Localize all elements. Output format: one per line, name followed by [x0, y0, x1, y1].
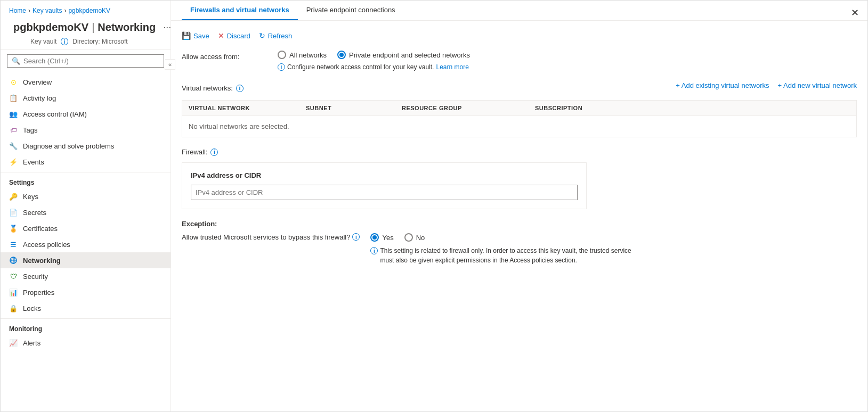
resource-title: pgbkpdemoKV | Networking ···: [9, 19, 162, 36]
discard-button[interactable]: ✕ Discard: [218, 31, 250, 40]
refresh-label: Refresh: [268, 32, 293, 40]
sidebar-item-security[interactable]: 🛡 Security: [1, 268, 171, 284]
overview-icon: ⊙: [9, 78, 18, 86]
exception-label: Exception:: [182, 220, 857, 228]
breadcrumb-home[interactable]: Home: [9, 7, 26, 14]
col-header-rg: RESOURCE GROUP: [402, 105, 535, 111]
col-header-subnet: SUBNET: [306, 105, 402, 111]
sidebar-item-label: Access policies: [23, 241, 70, 249]
events-icon: ⚡: [9, 158, 18, 166]
allow-access-controls: All networks Private endpoint and select…: [278, 51, 470, 71]
virtual-networks-info-icon: i: [236, 85, 244, 92]
properties-icon: 📊: [9, 288, 18, 296]
sidebar-item-alerts[interactable]: 📈 Alerts: [1, 335, 171, 351]
tab-private-endpoints[interactable]: Private endpoint connections: [298, 1, 404, 20]
sidebar-nav: ⊙ Overview 📋 Activity log 👥 Access contr…: [1, 72, 171, 411]
sidebar-item-label: Diagnose and solve problems: [23, 142, 114, 150]
sidebar-item-networking[interactable]: Networking: [1, 252, 171, 268]
sidebar-item-tags[interactable]: 🏷 Tags: [1, 122, 171, 138]
ipv4-input[interactable]: [191, 185, 578, 200]
yes-label: Yes: [382, 234, 393, 242]
sidebar-item-label: Activity log: [23, 94, 56, 102]
exception-section: Exception: Allow trusted Microsoft servi…: [182, 220, 857, 265]
save-button[interactable]: 💾 Save: [182, 31, 209, 40]
sidebar-item-locks[interactable]: 🔒 Locks: [1, 300, 171, 316]
discard-icon: ✕: [218, 31, 224, 40]
exception-info-icon: i: [370, 247, 378, 254]
activity-log-icon: 📋: [9, 94, 18, 102]
resource-subtitle: Key vault i Directory: Microsoft: [30, 38, 162, 45]
add-existing-vnet-link[interactable]: + Add existing virtual networks: [676, 81, 769, 89]
bypass-label: Allow trusted Microsoft services to bypa…: [182, 233, 360, 241]
learn-more-link[interactable]: Learn more: [436, 63, 468, 71]
sidebar-item-label: Tags: [23, 126, 37, 134]
sidebar-item-label: Networking: [23, 257, 61, 265]
sidebar-item-label: Security: [23, 273, 48, 281]
info-circle-icon: i: [278, 63, 285, 71]
sidebar-item-access-control[interactable]: 👥 Access control (IAM): [1, 106, 171, 122]
radio-row: All networks Private endpoint and select…: [278, 51, 470, 59]
exception-info-message: This setting is related to firewall only…: [380, 246, 646, 265]
tab-firewalls[interactable]: Firewalls and virtual networks: [182, 1, 298, 20]
sidebar-item-properties[interactable]: 📊 Properties: [1, 284, 171, 300]
virtual-networks-label-row: Virtual networks: i: [182, 84, 244, 92]
resource-name: pgbkpdemoKV: [13, 21, 88, 34]
sidebar-item-activity-log[interactable]: 📋 Activity log: [1, 90, 171, 106]
sidebar-header: Home › Key vaults › pgbkpdemoKV pgbkpdem…: [1, 1, 171, 50]
breadcrumb: Home › Key vaults › pgbkpdemoKV: [9, 7, 162, 14]
search-box[interactable]: 🔍: [7, 54, 164, 68]
collapse-sidebar-button[interactable]: «: [165, 59, 171, 70]
add-new-vnet-link[interactable]: + Add new virtual network: [778, 81, 857, 89]
sidebar-item-overview[interactable]: ⊙ Overview: [1, 74, 171, 90]
access-info-text: i Configure network access control for y…: [278, 63, 470, 71]
toolbar: 💾 Save ✕ Discard ↻ Refresh: [182, 31, 857, 40]
no-networks-message: No virtual networks are selected.: [189, 122, 289, 130]
more-options[interactable]: ···: [163, 22, 171, 33]
private-endpoint-option[interactable]: Private endpoint and selected networks: [337, 51, 470, 59]
virtual-networks-section: Virtual networks: i + Add existing virtu…: [182, 81, 857, 137]
private-endpoint-radio[interactable]: [337, 51, 346, 59]
sidebar-item-diagnose[interactable]: 🔧 Diagnose and solve problems: [1, 138, 171, 154]
content-area: 💾 Save ✕ Discard ↻ Refresh Allow access …: [171, 21, 867, 411]
tabs-bar: Firewalls and virtual networks Private e…: [171, 1, 867, 21]
locks-icon: 🔒: [9, 304, 18, 312]
all-networks-radio[interactable]: [278, 51, 286, 59]
no-option[interactable]: No: [404, 233, 425, 242]
page-title: Networking: [98, 21, 156, 34]
no-label: No: [416, 234, 425, 242]
security-icon: 🛡: [9, 272, 18, 281]
settings-section-label: Settings: [1, 172, 171, 188]
sidebar-item-keys[interactable]: 🔑 Keys: [1, 188, 171, 204]
yes-radio[interactable]: [370, 233, 379, 242]
sidebar-item-label: Certificates: [23, 225, 58, 233]
access-control-icon: 👥: [9, 110, 18, 118]
allow-access-row: Allow access from: All networks Private …: [182, 51, 857, 71]
sidebar-item-secrets[interactable]: 📄 Secrets: [1, 204, 171, 220]
search-icon: 🔍: [12, 57, 20, 65]
sidebar-item-label: Alerts: [23, 339, 40, 347]
breadcrumb-key-vaults[interactable]: Key vaults: [33, 7, 62, 14]
page-title-separator: |: [92, 21, 94, 34]
yes-option[interactable]: Yes: [370, 233, 393, 242]
sidebar-item-access-policies[interactable]: ☰ Access policies: [1, 236, 171, 252]
access-policies-icon: ☰: [9, 240, 18, 249]
search-input[interactable]: [23, 57, 159, 65]
networking-icon: [9, 256, 18, 265]
sidebar-item-certificates[interactable]: 🏅 Certificates: [1, 220, 171, 236]
sidebar-item-events[interactable]: ⚡ Events: [1, 154, 171, 170]
breadcrumb-resource[interactable]: pgbkpdemoKV: [68, 7, 110, 14]
alerts-icon: 📈: [9, 339, 18, 347]
no-radio[interactable]: [404, 233, 413, 242]
discard-label: Discard: [227, 32, 250, 40]
ipv4-title: IPv4 address or CIDR: [191, 171, 578, 179]
refresh-button[interactable]: ↻ Refresh: [259, 31, 293, 40]
vnet-actions: + Add existing virtual networks + Add ne…: [676, 81, 857, 89]
bypass-info-icon: i: [352, 233, 360, 241]
all-networks-option[interactable]: All networks: [278, 51, 327, 59]
firewall-label-row: Firewall: i: [182, 148, 857, 156]
close-button[interactable]: ✕: [851, 7, 859, 19]
sidebar-item-label: Events: [23, 158, 44, 166]
firewall-info-icon: i: [210, 149, 218, 156]
firewall-section: Firewall: i IPv4 address or CIDR: [182, 148, 857, 209]
sidebar-item-label: Access control (IAM): [23, 110, 87, 118]
